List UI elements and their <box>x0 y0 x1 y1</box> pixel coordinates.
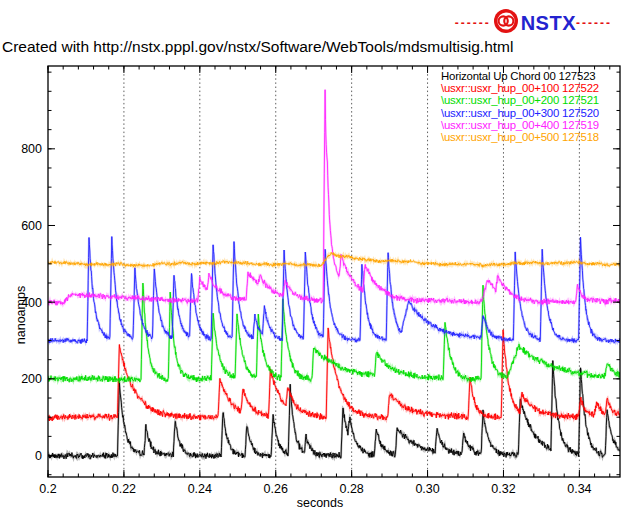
trace-127522 <box>48 328 620 421</box>
chart-svg: 0.20.220.240.260.280.300.320.34020040060… <box>0 0 626 510</box>
x-tick-label: 0.24 <box>188 482 212 496</box>
x-tick-label: 0.34 <box>567 482 591 496</box>
legend-entry-0: Horizontal Up Chord 00 127523 <box>441 70 595 82</box>
y-tick-label: 800 <box>21 142 42 156</box>
legend-entry-1: \usxr::usxr_hup_00+100 127522 <box>441 82 599 94</box>
x-tick-label: 0.30 <box>415 482 439 496</box>
x-tick-label: 0.26 <box>264 482 288 496</box>
y-tick-label: 200 <box>21 372 42 386</box>
legend-entry-3: \usxr::usxr_hup_00+300 127520 <box>441 107 599 119</box>
x-tick-label: 0.28 <box>339 482 363 496</box>
x-tick-label: 0.2 <box>39 482 56 496</box>
y-tick-label: 600 <box>21 219 42 233</box>
legend-entry-4: \usxr::usxr_hup_00+400 127519 <box>441 119 599 131</box>
y-tick-label: 0 <box>35 449 42 463</box>
multisignal-chart: 0.20.220.240.260.280.300.320.34020040060… <box>0 0 626 510</box>
x-tick-label: 0.32 <box>491 482 515 496</box>
x-axis-label: seconds <box>297 496 344 510</box>
legend-entry-5: \usxr::usxr_hup_00+500 127518 <box>441 131 599 143</box>
x-tick-label: 0.22 <box>112 482 136 496</box>
y-axis-label: nanoamps <box>14 286 28 344</box>
legend-entry-2: \usxr::usxr_hup_00+200 127521 <box>441 94 599 106</box>
traces <box>48 90 620 460</box>
legend: Horizontal Up Chord 00 127523\usxr::usxr… <box>441 70 599 143</box>
